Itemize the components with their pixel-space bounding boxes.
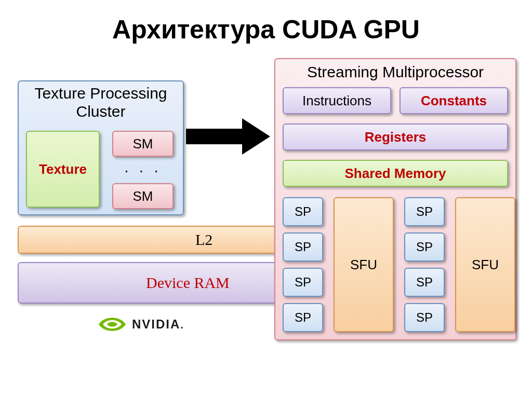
nvidia-eye-icon bbox=[98, 314, 127, 334]
tpc-block: Texture Processing Cluster Texture SM . … bbox=[18, 80, 184, 215]
sm-ellipsis: . . . bbox=[112, 158, 174, 176]
sp-block: SP bbox=[404, 268, 445, 297]
device-ram-label: Device RAM bbox=[146, 274, 230, 292]
shared-memory-block: Shared Memory bbox=[283, 160, 508, 187]
l2-label: L2 bbox=[195, 231, 212, 249]
texture-label: Texture bbox=[39, 161, 87, 177]
sfu-block: SFU bbox=[334, 197, 394, 332]
nvidia-logo: NVIDIA. bbox=[98, 311, 222, 337]
arrow-icon bbox=[186, 118, 274, 155]
sm-block: SM bbox=[112, 131, 174, 157]
slide-title: Архитектура CUDA GPU bbox=[0, 0, 532, 45]
nvidia-word: NVIDIA. bbox=[132, 317, 184, 332]
instructions-block: Instructions bbox=[283, 87, 391, 114]
sm-label: SM bbox=[133, 136, 153, 152]
sp-block: SP bbox=[404, 303, 445, 332]
sp-block: SP bbox=[283, 303, 323, 332]
tpc-title: Texture Processing Cluster bbox=[19, 81, 183, 121]
sfu-block: SFU bbox=[455, 197, 515, 332]
sp-block: SP bbox=[283, 232, 323, 262]
smp-title: Streaming Multiprocessor bbox=[275, 59, 515, 84]
sm-label: SM bbox=[133, 188, 153, 204]
sp-block: SP bbox=[404, 197, 445, 226]
texture-block: Texture bbox=[26, 131, 100, 208]
sp-block: SP bbox=[283, 197, 323, 226]
sp-block: SP bbox=[404, 232, 445, 262]
registers-block: Registers bbox=[283, 123, 508, 150]
streaming-multiprocessor-block: Streaming Multiprocessor Instructions Co… bbox=[274, 58, 516, 340]
sp-block: SP bbox=[283, 268, 323, 297]
constants-block: Constants bbox=[400, 87, 508, 114]
sm-block: SM bbox=[112, 183, 174, 209]
